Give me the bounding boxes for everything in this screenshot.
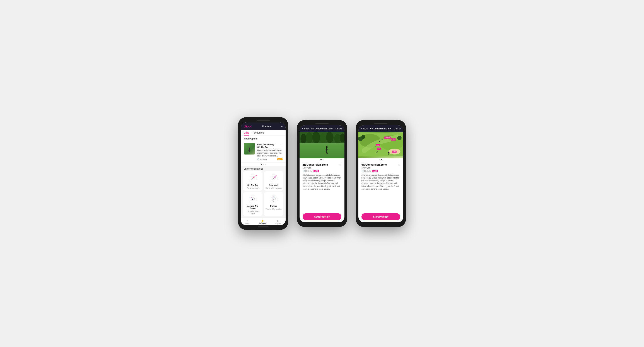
phone-3-screen: < Back 6ft Conversion Zone Cancel bbox=[358, 125, 403, 222]
off-the-tee-icon-area bbox=[247, 173, 259, 183]
svg-line-4 bbox=[249, 151, 250, 153]
skill-off-the-tee[interactable]: Off The Tee Power accuracy bbox=[243, 171, 262, 191]
p2-favorite-icon[interactable]: ☆ bbox=[339, 163, 342, 166]
svg-text:ROUGH: ROUGH bbox=[392, 139, 395, 140]
p3-arg-badge: ARG bbox=[372, 170, 378, 172]
p3-favorite-icon[interactable]: ☆ bbox=[398, 163, 400, 166]
svg-text:FAIRWAY: FAIRWAY bbox=[385, 137, 390, 138]
home-icon: ⌂ bbox=[246, 219, 248, 223]
off-the-tee-icon bbox=[247, 173, 259, 183]
svg-line-51 bbox=[325, 150, 325, 152]
p2-drill-range: 10-50 yds bbox=[302, 167, 342, 169]
phone-notch bbox=[316, 123, 328, 124]
p3-dot-1[interactable] bbox=[379, 159, 380, 160]
p2-arg-badge: ARG bbox=[314, 170, 319, 172]
p3-drill-meta: 🕐 20 shots ARG bbox=[362, 170, 400, 172]
drill-card-body: Find The Fairway Off The Tee Create an i… bbox=[257, 143, 282, 160]
phone-1: clippd Practice ≡ Drills Favourites Most… bbox=[238, 117, 288, 230]
svg-point-27 bbox=[254, 198, 255, 199]
p2-app-header: < Back 6ft Conversion Zone Cancel bbox=[300, 125, 344, 132]
p3-drill-range: 10-50 yds bbox=[362, 167, 400, 169]
home-bar bbox=[258, 226, 268, 227]
svg-point-57 bbox=[361, 135, 365, 139]
skill-approach[interactable]: Approach Dial-in to hit the green bbox=[264, 171, 284, 191]
phone-notch bbox=[374, 123, 388, 124]
start-practice-button[interactable]: Start Practice bbox=[302, 213, 342, 220]
p3-cancel-button[interactable]: Cancel bbox=[394, 127, 401, 130]
atg-icon-area bbox=[247, 194, 259, 204]
home-bar bbox=[376, 224, 386, 224]
svg-point-20 bbox=[276, 175, 276, 176]
phone-2-screen: < Back 6ft Conversion Zone Cancel bbox=[300, 125, 344, 222]
p3-dot-2[interactable] bbox=[381, 159, 382, 160]
activities-icon: ⚡ bbox=[260, 219, 264, 223]
course-map-svg: Miss Hit FAIRWAY ROUGH SAND bbox=[358, 132, 403, 158]
tab-drills[interactable]: Drills bbox=[244, 130, 249, 136]
dot-1[interactable] bbox=[261, 164, 262, 165]
p3-content: Miss Hit FAIRWAY ROUGH SAND bbox=[358, 132, 403, 222]
drill-shots: 🕐 10 shots bbox=[257, 158, 267, 160]
dot-3[interactable] bbox=[265, 164, 266, 165]
p3-start-practice-button[interactable]: Start Practice bbox=[362, 213, 400, 220]
p2-drill-detail: ☆ 6ft Conversion Zone 10-50 yds 🕐 20 sho… bbox=[300, 161, 344, 211]
svg-line-28 bbox=[251, 198, 253, 199]
p2-dot-2[interactable] bbox=[322, 159, 324, 160]
drill-subtitle: Off The Tee bbox=[257, 146, 282, 148]
p3-back-button[interactable]: < Back bbox=[361, 127, 368, 130]
featured-drill-card[interactable]: Find The Fairway Off The Tee Create an i… bbox=[241, 141, 286, 162]
p2-clock-icon: 🕐 bbox=[302, 170, 305, 172]
drill-golf-photo bbox=[300, 132, 344, 158]
p2-drill-title: 6ft Conversion Zone bbox=[302, 163, 342, 166]
p2-dot-1[interactable] bbox=[320, 159, 322, 160]
p2-header-title: 6ft Conversion Zone bbox=[312, 127, 333, 130]
approach-icon-area bbox=[268, 173, 280, 183]
p3-carousel-dots bbox=[358, 158, 403, 161]
atg-icon bbox=[247, 194, 259, 204]
p3-header-title: 6ft Conversion Zone bbox=[370, 127, 392, 130]
carousel-dots bbox=[241, 163, 286, 166]
svg-line-10 bbox=[253, 175, 256, 178]
p2-shots: 🕐 20 shots bbox=[302, 170, 312, 172]
nav-home-label: Home bbox=[246, 223, 250, 224]
skill-around-the-green[interactable]: Around The Green Hone your short game bbox=[243, 192, 262, 216]
golf-image bbox=[244, 143, 255, 155]
nav-home[interactable]: ⌂ Home bbox=[246, 219, 250, 224]
tab-favourites[interactable]: Favourites bbox=[252, 130, 264, 136]
svg-line-50 bbox=[327, 151, 328, 154]
skill-putting[interactable]: Putting Make and lag practice bbox=[264, 192, 284, 216]
nav-activities[interactable]: ⚡ Activities bbox=[259, 219, 266, 224]
skill-name-approach: Approach bbox=[269, 184, 278, 186]
main-content: Most Popular Find bbox=[241, 136, 286, 218]
drill-image-container bbox=[300, 132, 344, 158]
svg-point-39 bbox=[306, 132, 313, 143]
nav-capture[interactable]: ⊕ Capture bbox=[275, 219, 281, 224]
back-button[interactable]: < Back bbox=[302, 127, 309, 130]
nav-capture-label: Capture bbox=[275, 223, 281, 224]
p2-drill-meta: 🕐 20 shots ARG bbox=[302, 170, 342, 172]
most-popular-title: Most Popular bbox=[241, 136, 286, 141]
tab-bar: Drills Favourites bbox=[241, 130, 286, 136]
phone-1-screen: clippd Practice ≡ Drills Favourites Most… bbox=[241, 122, 286, 225]
putting-icon-area bbox=[268, 194, 280, 204]
svg-point-69 bbox=[388, 152, 389, 153]
cancel-button[interactable]: Cancel bbox=[335, 127, 342, 130]
dot-2[interactable] bbox=[263, 164, 264, 165]
skill-grid: Off The Tee Power accuracy bbox=[241, 171, 286, 218]
skill-name-atg: Around The Green bbox=[244, 205, 261, 209]
p2-description: 20 shots are randomly generated at dista… bbox=[302, 174, 342, 191]
golf-ground bbox=[300, 143, 344, 158]
drill-description: Create an imaginary fairway using trees … bbox=[257, 149, 282, 157]
skill-desc-approach: Dial-in to hit the green bbox=[266, 187, 282, 189]
svg-point-41 bbox=[320, 133, 326, 143]
svg-line-5 bbox=[250, 151, 250, 153]
p3-clock-icon: 🕐 bbox=[362, 170, 364, 172]
header-title: Practice bbox=[262, 125, 271, 128]
svg-point-45 bbox=[326, 146, 328, 148]
menu-icon[interactable]: ≡ bbox=[281, 125, 282, 128]
svg-point-11 bbox=[252, 178, 253, 179]
p3-drill-detail: ☆ 6ft Conversion Zone 10-50 yds 🕐 20 sho… bbox=[358, 161, 403, 211]
drill-thumbnail bbox=[244, 143, 255, 155]
svg-text:Miss: Miss bbox=[376, 144, 379, 146]
golfer-figure bbox=[325, 146, 329, 155]
favorite-icon[interactable]: ☆ bbox=[280, 143, 282, 146]
